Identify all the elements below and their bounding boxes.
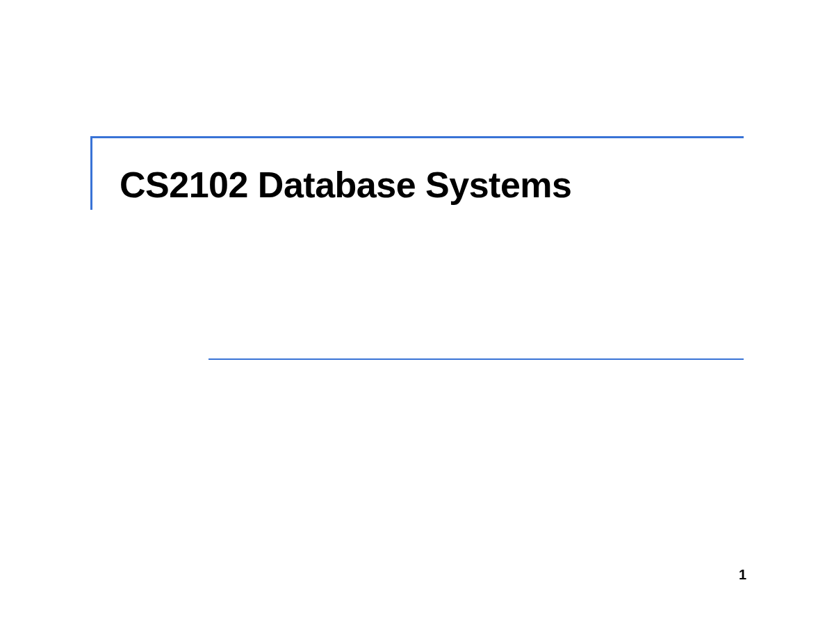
divider-line bbox=[208, 358, 744, 360]
slide-title: CS2102 Database Systems bbox=[120, 164, 571, 206]
page-number: 1 bbox=[739, 567, 746, 583]
